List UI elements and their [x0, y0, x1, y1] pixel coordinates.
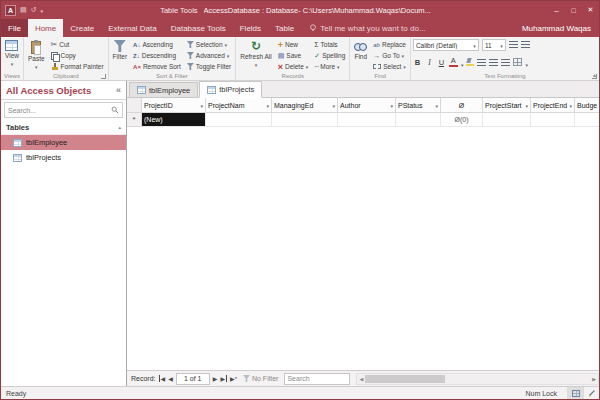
previous-record-button[interactable] [168, 375, 173, 382]
copy-button[interactable]: Copy [49, 50, 106, 61]
column-header-projectid[interactable]: ProjectID [142, 98, 206, 113]
maximize-button[interactable] [565, 1, 582, 19]
sidebar-item-tblemployee[interactable]: tblEmployee [1, 135, 126, 150]
row-selector[interactable]: * [127, 113, 142, 127]
column-header-managinged[interactable]: ManagingEd [272, 98, 338, 113]
view-button[interactable]: View [3, 39, 21, 69]
column-dropdown-icon[interactable] [434, 102, 438, 109]
bold-button[interactable]: B [413, 58, 422, 67]
cell-projectid-new[interactable]: (New) [142, 113, 206, 127]
sidebar-item-tblprojects[interactable]: tblProjects [1, 150, 126, 165]
delete-record-button[interactable]: Delete [276, 61, 311, 72]
first-record-button[interactable] [159, 375, 166, 382]
account-user-name[interactable]: Muhammad Waqas [522, 19, 599, 37]
shutter-bar-collapse-icon[interactable] [116, 85, 121, 95]
column-header-projectend[interactable]: ProjectEnd [531, 98, 575, 113]
scroll-left-icon[interactable] [357, 376, 365, 382]
column-dropdown-icon[interactable] [389, 102, 393, 109]
selection-button[interactable]: Selection [185, 39, 233, 50]
new-record-button[interactable]: New [276, 39, 311, 50]
column-header-author[interactable]: Author [338, 98, 396, 113]
horizontal-scrollbar[interactable] [356, 373, 599, 385]
tab-home[interactable]: Home [28, 19, 63, 37]
gridlines-icon[interactable] [513, 58, 522, 66]
remove-sort-button[interactable]: Remove Sort [131, 61, 183, 72]
scrollbar-thumb[interactable] [365, 375, 445, 383]
advanced-button[interactable]: Advanced [185, 50, 233, 61]
tab-database-tools[interactable]: Database Tools [164, 19, 233, 37]
more-button[interactable]: More [312, 61, 347, 72]
dialog-launcher-icon[interactable] [101, 74, 106, 79]
bullets-icon[interactable] [509, 41, 518, 49]
select-all-corner[interactable] [127, 98, 142, 113]
cell-managinged[interactable] [272, 113, 338, 127]
collapse-ribbon-icon[interactable] [593, 71, 596, 78]
save-icon[interactable] [20, 6, 27, 14]
totals-button[interactable]: Totals [312, 39, 347, 50]
highlight-color-icon[interactable] [466, 58, 474, 66]
column-dropdown-icon[interactable] [331, 102, 335, 109]
column-header-attachment[interactable]: Ø [441, 98, 483, 113]
next-record-button[interactable] [213, 375, 218, 382]
underline-button[interactable]: U [437, 58, 446, 67]
font-name-select[interactable]: Calibri (Detail) [413, 39, 479, 51]
tab-external-data[interactable]: External Data [101, 19, 163, 37]
column-dropdown-icon[interactable] [524, 102, 528, 109]
column-dropdown-icon[interactable] [265, 102, 269, 109]
italic-button[interactable]: I [425, 58, 434, 67]
tab-file[interactable]: File [1, 19, 28, 37]
align-right-icon[interactable] [501, 59, 510, 66]
undo-icon[interactable] [31, 6, 37, 14]
new-blank-record-button[interactable] [230, 375, 237, 382]
column-header-budget[interactable]: Budge [575, 98, 599, 113]
cell-projectstart[interactable] [483, 113, 531, 127]
tell-me-box[interactable]: Tell me what you want to do... [309, 19, 425, 37]
column-dropdown-icon[interactable] [199, 102, 203, 109]
descending-button[interactable]: Descending [131, 50, 183, 61]
filter-button[interactable]: Filter [111, 39, 129, 61]
last-record-button[interactable] [220, 375, 227, 382]
refresh-all-button[interactable]: Refresh All [238, 39, 273, 70]
doc-tab-tblprojects[interactable]: tblProjects [199, 81, 262, 98]
toggle-filter-button[interactable]: Toggle Filter [185, 61, 233, 72]
cut-button[interactable]: Cut [49, 39, 106, 50]
find-button[interactable]: Find [352, 39, 369, 61]
tab-create[interactable]: Create [63, 19, 101, 37]
ascending-button[interactable]: Ascending [131, 39, 183, 50]
minimize-button[interactable] [548, 1, 565, 19]
column-header-projectname[interactable]: ProjectNam [206, 98, 272, 113]
doc-tab-tblemployee[interactable]: tblEmployee [129, 82, 198, 97]
cell-projectname[interactable] [206, 113, 272, 127]
cell-author[interactable] [338, 113, 396, 127]
navigation-search-box[interactable] [4, 102, 123, 118]
tab-table[interactable]: Table [268, 19, 301, 37]
cell-budget[interactable] [575, 113, 599, 127]
tab-fields[interactable]: Fields [233, 19, 268, 37]
column-header-projectstart[interactable]: ProjectStart [483, 98, 531, 113]
collapse-group-icon[interactable] [118, 124, 121, 130]
numbering-icon[interactable] [521, 41, 530, 49]
align-center-icon[interactable] [489, 59, 498, 66]
design-view-button[interactable] [583, 387, 599, 399]
paste-button[interactable]: Paste [26, 39, 47, 72]
column-header-pstatus[interactable]: PStatus [396, 98, 441, 113]
datasheet-view-button[interactable] [567, 387, 583, 399]
align-left-icon[interactable] [477, 59, 486, 66]
go-to-button[interactable]: Go To [371, 50, 408, 61]
navigation-search-input[interactable] [8, 107, 109, 114]
cell-projectend[interactable] [531, 113, 575, 127]
filter-status[interactable]: No Filter [243, 375, 278, 382]
format-painter-button[interactable]: Format Painter [49, 61, 106, 72]
select-button[interactable]: Select [371, 61, 408, 72]
scroll-right-icon[interactable] [590, 376, 598, 382]
spelling-button[interactable]: Spelling [312, 50, 347, 61]
column-dropdown-icon[interactable] [568, 102, 572, 109]
font-size-select[interactable]: 11 [482, 39, 506, 51]
replace-button[interactable]: Replace [371, 39, 408, 50]
cell-attachment[interactable]: Ø(0) [441, 113, 483, 127]
navigation-pane-header[interactable]: All Access Objects [1, 81, 126, 100]
save-record-button[interactable]: Save [276, 50, 311, 61]
nav-group-tables[interactable]: Tables [1, 120, 126, 135]
record-search-input[interactable] [284, 373, 350, 385]
cell-pstatus[interactable] [396, 113, 441, 127]
